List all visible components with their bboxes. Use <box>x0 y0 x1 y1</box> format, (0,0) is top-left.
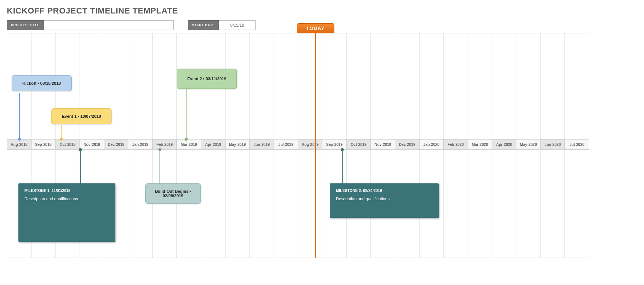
event-label: Event 2 • 03/11/2019 <box>187 76 226 81</box>
timeline-axis: Aug-2018 Sep-2018 Oct-2018 Nov-2018 Dec-… <box>7 139 589 150</box>
axis-month: Dec-2019 <box>395 140 420 149</box>
page-title: KICKOFF PROJECT TIMELINE TEMPLATE <box>7 6 637 16</box>
event-1[interactable]: Event 1 • 10/07/2018 <box>51 108 111 124</box>
project-title-input[interactable] <box>44 20 174 30</box>
axis-month: Feb-2020 <box>444 140 468 149</box>
event-label: Build-Out Begins • <box>152 189 194 194</box>
axis-month: Nov-2018 <box>80 140 104 149</box>
axis-month: Mar-2020 <box>468 140 492 149</box>
axis-month: Apr-2019 <box>201 140 226 149</box>
axis-month: Jan-2020 <box>420 140 444 149</box>
event-stem <box>186 88 187 139</box>
milestone-1[interactable]: MILESTONE 1: 11/01/2018 Description and … <box>18 183 115 242</box>
event-stem <box>61 125 62 139</box>
axis-month: Feb-2019 <box>153 140 177 149</box>
start-date-value[interactable]: 8/15/18 <box>219 20 256 30</box>
axis-month: Sep-2018 <box>32 140 56 149</box>
today-line <box>315 33 316 258</box>
event-label: 02/08/2019 <box>152 194 194 198</box>
axis-month: Mar-2019 <box>177 140 201 149</box>
axis-month: Oct-2018 <box>56 140 80 149</box>
milestone-desc: Description and qualifications <box>336 196 433 201</box>
event-label: Kickoff • 08/15/2018 <box>23 81 61 86</box>
axis-month: Jun-2019 <box>250 140 274 149</box>
start-date-label: START DATE <box>188 20 219 30</box>
project-title-label: PROJECT TITLE <box>7 20 44 30</box>
milestone-desc: Description and qualifications <box>24 196 109 201</box>
axis-month: Jun-2020 <box>541 140 565 149</box>
timeline: TODAY Aug-2018 Sep-2018 Oct-2018 Nov-201… <box>7 33 589 258</box>
axis-month: Jul-2019 <box>274 140 298 149</box>
axis-month: Sep-2019 <box>322 140 347 149</box>
axis-month: Jul-2020 <box>565 140 589 149</box>
axis-month: Oct-2019 <box>347 140 371 149</box>
today-badge: TODAY <box>297 23 334 33</box>
milestone-stem <box>80 150 81 184</box>
axis-month: May-2019 <box>226 140 250 149</box>
event-stem <box>19 93 20 139</box>
event-kickoff[interactable]: Kickoff • 08/15/2018 <box>12 75 72 91</box>
axis-month: Aug-2019 <box>298 140 323 149</box>
event-buildout[interactable]: Build-Out Begins • 02/08/2019 <box>145 183 201 204</box>
event-stem <box>159 150 160 184</box>
axis-month: Aug-2018 <box>7 140 32 149</box>
event-2[interactable]: Event 2 • 03/11/2019 <box>177 69 237 89</box>
axis-month: Nov-2019 <box>371 140 395 149</box>
milestone-stem <box>342 150 343 184</box>
axis-month: Jan-2019 <box>128 140 153 149</box>
axis-month: Dec-2018 <box>104 140 129 149</box>
axis-month: May-2020 <box>516 140 541 149</box>
event-label: Event 1 • 10/07/2018 <box>62 114 101 118</box>
axis-month: Apr-2020 <box>492 140 517 149</box>
milestone-2[interactable]: MILESTONE 2: 09/24/2019 Description and … <box>330 183 439 218</box>
milestone-title: MILESTONE 2: 09/24/2019 <box>336 189 433 193</box>
milestone-title: MILESTONE 1: 11/01/2018 <box>24 189 109 193</box>
